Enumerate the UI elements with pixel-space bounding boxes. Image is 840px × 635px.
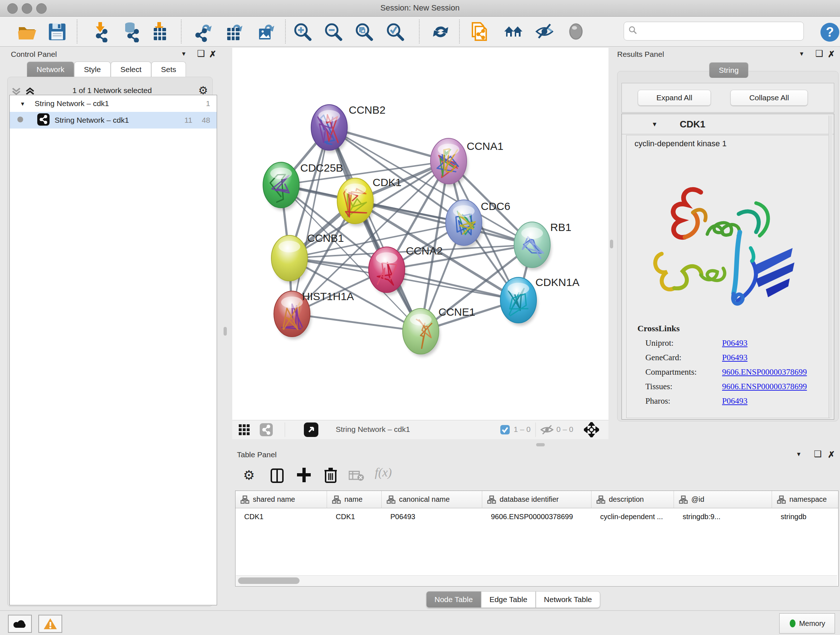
warning-icon[interactable] (38, 615, 62, 633)
refresh-icon[interactable] (430, 21, 452, 43)
network-node-RB1[interactable]: RB1 (514, 221, 571, 270)
import-database-icon[interactable] (120, 21, 142, 43)
network-node-CCNB2[interactable]: CCNB2 (311, 104, 386, 153)
column-header-description[interactable]: description (592, 491, 674, 508)
zoom-out-icon[interactable] (322, 21, 344, 43)
delete-column-icon[interactable] (324, 467, 337, 485)
column-header-name[interactable]: name (327, 491, 382, 508)
left-divider-handle[interactable] (224, 327, 227, 336)
collapse-section-icon[interactable]: ▼ (652, 121, 658, 128)
expand-all-button[interactable]: Expand All (638, 90, 711, 106)
node-label: CCNE1 (439, 306, 475, 318)
hide-selected-icon[interactable] (534, 21, 556, 43)
column-header-namespace[interactable]: namespace (772, 491, 838, 508)
zoom-in-icon[interactable] (292, 21, 313, 43)
selected-checkbox[interactable] (500, 424, 510, 436)
grid-icon[interactable] (238, 424, 251, 437)
toolbar-separator (459, 19, 460, 43)
svg-text:?: ? (826, 25, 834, 40)
current-network-dot (17, 116, 24, 125)
network-edge[interactable] (387, 270, 518, 300)
network-node-CDKN1A[interactable]: CDKN1A (500, 276, 579, 325)
node-label: CDC6 (481, 200, 510, 212)
protein-header-row[interactable]: ▼ CDK1 (622, 115, 834, 134)
cloud-icon[interactable] (8, 615, 32, 633)
table-hscrollbar[interactable] (236, 575, 837, 586)
network-canvas[interactable]: CCNB2 CCNA1 CDC25B CDK1 CDC6 RB1 CCNB1 (232, 48, 608, 420)
hidden-count-label: 0 – 0 (556, 425, 573, 434)
crosslink-value[interactable]: P06493 (722, 396, 747, 406)
edge-count: 48 (202, 116, 210, 125)
crosshair-icon[interactable] (584, 422, 599, 439)
share-gray-icon[interactable] (260, 423, 273, 438)
table-hscroll-thumb[interactable] (238, 578, 300, 584)
collapse-all-button[interactable]: Collapse All (730, 90, 808, 106)
network-edge[interactable] (292, 127, 329, 314)
tab-network-table[interactable]: Network Table (536, 591, 600, 608)
birdseye-icon[interactable] (304, 423, 318, 439)
network-tree-row[interactable]: String Network – cdk1 11 48 (10, 112, 217, 128)
network-node-CCNB1[interactable]: CCNB1 (271, 232, 344, 283)
import-network-icon[interactable] (89, 21, 111, 43)
network-overview-icon[interactable] (502, 21, 524, 43)
panel-close-icon[interactable]: ✗ (828, 49, 835, 59)
panel-menu-icon[interactable]: ▼ (796, 451, 802, 458)
right-divider-handle[interactable] (610, 240, 613, 249)
gear-icon[interactable]: ⚙ (243, 468, 255, 483)
column-label: shared name (253, 495, 295, 504)
add-column-icon[interactable] (297, 467, 311, 485)
hidden-eye-icon[interactable] (540, 424, 554, 437)
panel-menu-icon[interactable]: ▼ (799, 51, 805, 57)
column-header-database-identifier[interactable]: database identifier (482, 491, 592, 508)
crosslink-value[interactable]: P06493 (722, 353, 747, 363)
panel-float-icon[interactable]: ❑ (814, 449, 822, 459)
network-node-CCNE1[interactable]: CCNE1 (403, 306, 475, 356)
network-node-CDK1[interactable]: CDK1 (337, 176, 401, 226)
zoom-fit-icon[interactable] (353, 21, 375, 43)
tab-sets[interactable]: Sets (151, 62, 186, 77)
panel-close-icon[interactable]: ✗ (828, 450, 835, 460)
export-image-icon[interactable] (254, 21, 275, 43)
open-session-icon[interactable] (16, 21, 38, 43)
tab-network[interactable]: Network (27, 62, 74, 77)
column-header-@id[interactable]: @id (674, 491, 772, 508)
grayscale-orb-icon[interactable] (565, 21, 587, 43)
horizontal-divider-handle[interactable] (536, 443, 545, 447)
network-edge[interactable] (292, 314, 421, 331)
zoom-selected-icon[interactable] (384, 21, 406, 43)
network-node-CDC6[interactable]: CDC6 (446, 200, 510, 248)
node-table: shared namenamecanonical namedatabase id… (235, 491, 838, 586)
tab-string[interactable]: String (709, 62, 748, 78)
column-label: database identifier (500, 495, 559, 504)
export-network-icon[interactable] (191, 21, 213, 43)
panel-float-icon[interactable]: ❑ (815, 49, 823, 59)
column-header-shared-name[interactable]: shared name (235, 491, 327, 508)
panel-menu-icon[interactable]: ▼ (181, 51, 187, 57)
results-scrollbar[interactable] (829, 116, 832, 418)
panel-float-icon[interactable]: ❑ (197, 49, 205, 59)
panel-close-icon[interactable]: ✗ (209, 49, 216, 59)
columns-icon[interactable] (271, 469, 284, 485)
memory-button[interactable]: Memory (779, 613, 835, 633)
tab-style[interactable]: Style (74, 62, 111, 77)
table-panel: Table Panel ▼ ❑ ✗ (233, 448, 840, 463)
import-table-icon[interactable] (148, 21, 170, 43)
crosslink-value[interactable]: 9606.ENSP00000378699 (722, 382, 807, 391)
disclosure-icon[interactable]: ▼ (20, 101, 25, 107)
save-session-icon[interactable] (46, 21, 68, 43)
search-input[interactable] (624, 22, 804, 41)
network-node-HIST1H1A[interactable]: HIST1H1A (274, 290, 354, 339)
column-header-canonical-name[interactable]: canonical name (382, 491, 482, 508)
crosslink-value[interactable]: 9606.ENSP00000378699 (722, 367, 807, 377)
tab-select[interactable]: Select (111, 62, 151, 77)
export-table-icon[interactable] (222, 21, 243, 43)
network-tree-row[interactable]: ▼ String Network – cdk1 1 (10, 95, 217, 112)
memory-label: Memory (799, 619, 825, 628)
tab-edge-table[interactable]: Edge Table (481, 591, 536, 608)
collection-label: String Network – cdk1 (35, 99, 109, 108)
crosslink-value[interactable]: P06493 (722, 339, 747, 348)
search-field[interactable] (641, 27, 804, 36)
clone-network-icon[interactable] (469, 21, 490, 43)
tab-node-table[interactable]: Node Table (426, 591, 481, 608)
help-icon[interactable]: ? (820, 22, 840, 44)
